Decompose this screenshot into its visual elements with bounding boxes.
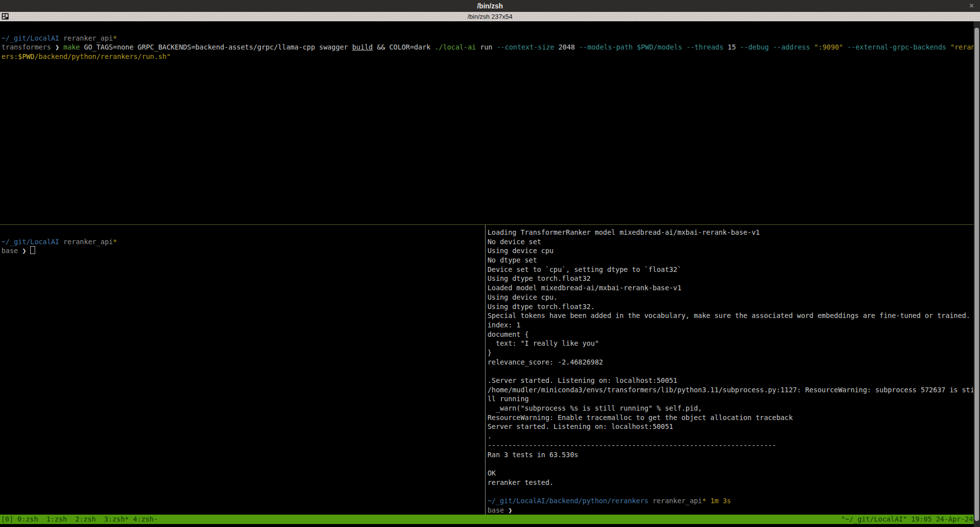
terminal-line: No device set <box>488 237 980 247</box>
status-window-list[interactable]: [0] 0:zsh 1:zsh 2:zsh 3:zsh* 4:zsh- <box>0 515 158 524</box>
terminal-text: $PWD <box>18 53 34 60</box>
terminal-text: Using dtype torch.float32. <box>488 303 595 311</box>
terminal-line: text: "I really like you" <box>488 339 980 348</box>
terminal-text: } <box>488 349 491 357</box>
terminal-line: Loaded model mixedbread-ai/mxbai-rerank-… <box>488 283 980 293</box>
terminal-text: No dtype set <box>488 256 537 264</box>
terminal-text: && COLOR=dark <box>373 43 435 51</box>
terminal-line <box>1 24 980 34</box>
terminal-text: Device set to `cpu`, setting dtype to `f… <box>488 265 682 273</box>
terminal-text: document { <box>488 330 529 338</box>
close-icon[interactable]: × <box>969 0 974 12</box>
terminal-text: Ran 3 tests in 63.530s <box>488 451 578 459</box>
terminal-text: --models-path <box>579 43 633 51</box>
terminal-line: relevance_score: -2.46826982 <box>488 358 980 367</box>
terminal-line <box>488 487 980 496</box>
terminal-line: ll running <box>488 394 980 404</box>
terminal-line: base ❯ <box>488 506 980 515</box>
terminal-line <box>488 459 980 469</box>
terminal-text: ll running <box>488 395 529 403</box>
terminal-line: _warn("subprocess %s is still running" %… <box>488 404 980 413</box>
scrollbar-thumb[interactable] <box>975 28 979 521</box>
terminal-line <box>1 228 485 237</box>
window-layout-icon[interactable] <box>1 13 10 20</box>
tab-bar: /bin/zsh 237x54 <box>0 12 980 21</box>
terminal-text: reranker_api <box>652 497 702 505</box>
terminal-text: Special tokens have been added in the vo… <box>488 312 970 319</box>
terminal-text: Using device cpu <box>488 247 553 255</box>
terminal-line: Ran 3 tests in 63.530s <box>488 450 980 460</box>
terminal-text: --address <box>773 43 810 51</box>
terminal-text: base <box>1 247 18 255</box>
terminal-text: --external-grpc-backends <box>847 43 946 51</box>
text-cursor <box>30 246 35 254</box>
terminal-text <box>59 43 63 51</box>
pane-bottom-left[interactable]: ~/_git/LocalAI reranker_api*base ❯ <box>0 225 485 515</box>
terminal-text: reranker_api <box>63 34 113 42</box>
terminal-text: * <box>113 238 117 246</box>
terminal-line: ~/_git/LocalAI reranker_api* <box>1 237 485 247</box>
terminal-text: reranker tested. <box>488 478 553 486</box>
terminal-line: } <box>488 348 980 358</box>
terminal-text: base <box>488 506 504 514</box>
terminal-line: index: 1 <box>488 320 980 330</box>
terminal-text: ----------------------------------------… <box>488 441 776 449</box>
terminal-text: /home/mudler/miniconda3/envs/transformer… <box>488 386 975 394</box>
terminal-text: run <box>476 43 497 51</box>
terminal-text: ~/_git/LocalAI <box>1 238 59 246</box>
terminal-line: OK <box>488 469 980 478</box>
terminal-text <box>682 43 686 51</box>
terminal-line: . <box>488 431 980 441</box>
terminal-text: No device set <box>488 238 541 246</box>
terminal-text <box>633 43 637 51</box>
terminal-line: Using dtype torch.float32. <box>488 302 980 312</box>
terminal-text: _warn("subprocess %s is still running" %… <box>488 404 702 412</box>
terminal-text: ":9090" <box>814 43 843 51</box>
terminal-text <box>504 506 508 514</box>
terminal-text: 2048 <box>554 43 579 51</box>
terminal-line: ~/_git/LocalAI/backend/python/rerankers … <box>488 496 980 506</box>
terminal-text: ~/_git/LocalAI/backend/python/rerankers <box>488 497 648 505</box>
terminal-line: Device set to `cpu`, setting dtype to `f… <box>488 265 980 274</box>
terminal-text: relevance_score: -2.46826982 <box>488 358 603 366</box>
terminal-text: --context-size <box>496 43 554 51</box>
terminal-text: 15 <box>724 43 740 51</box>
terminal-line: Using device cpu. <box>488 293 980 302</box>
terminal-line: Server started. Listening on: localhost:… <box>488 422 980 431</box>
terminal-text: 1m 3s <box>710 497 731 505</box>
terminal-text: * <box>113 34 117 42</box>
terminal-text: build <box>352 43 373 51</box>
terminal-text: transformers <box>1 43 51 51</box>
terminal-text: ❯ <box>22 247 26 255</box>
terminal-text: /backend/python/rerankers/run.sh" <box>35 53 171 60</box>
terminal: ~/_git/LocalAI reranker_api*transformers… <box>0 21 980 527</box>
terminal-text: $PWD/models <box>637 43 683 51</box>
terminal-line: Using dtype torch.float32 <box>488 274 980 283</box>
terminal-text: Using device cpu. <box>488 293 558 301</box>
terminal-line: base ❯ <box>1 246 485 256</box>
terminal-text: ❯ <box>55 43 59 51</box>
terminal-line: transformers ❯ make GO_TAGS=none GRPC_BA… <box>1 43 980 52</box>
terminal-text: Server started. Listening on: localhost:… <box>488 422 673 430</box>
terminal-line: ----------------------------------------… <box>488 441 980 450</box>
scrollbar[interactable] <box>974 21 980 527</box>
window-titlebar[interactable]: /bin/zsh × <box>0 0 980 12</box>
pane-bottom-right[interactable]: Loading TransformerRanker model mixedbre… <box>486 225 980 515</box>
terminal-text <box>59 34 63 42</box>
terminal-line: ers:$PWD/backend/python/rerankers/run.sh… <box>1 52 980 61</box>
terminal-line: .Server started. Listening on: localhost… <box>488 376 980 385</box>
terminal-text: ./local-ai <box>435 43 476 51</box>
window-title: /bin/zsh <box>477 2 503 10</box>
terminal-text: . <box>488 432 491 440</box>
pane-top[interactable]: ~/_git/LocalAI reranker_api*transformers… <box>0 21 980 224</box>
terminal-text: --debug <box>740 43 769 51</box>
terminal-text: Using dtype torch.float32 <box>488 274 590 282</box>
terminal-line: document { <box>488 330 980 339</box>
terminal-line: No dtype set <box>488 256 980 265</box>
terminal-text: --threads <box>686 43 724 51</box>
terminal-line <box>488 367 980 376</box>
status-session-info: "~/_git/LocalAI" 19:05 24-Apr-24 <box>841 515 980 524</box>
terminal-text <box>706 497 710 505</box>
terminal-text: OK <box>488 469 496 477</box>
terminal-text: ~/_git/LocalAI <box>1 34 59 42</box>
